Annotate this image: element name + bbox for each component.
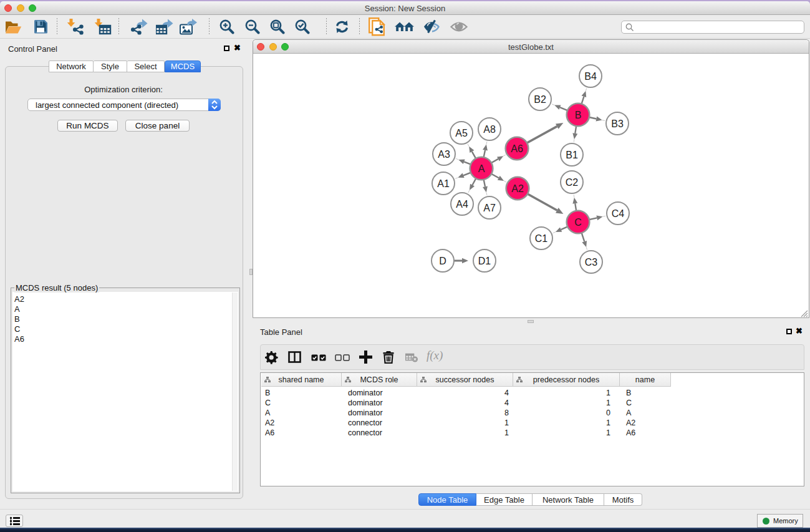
svg-text:A: A bbox=[478, 163, 485, 174]
svg-text:B3: B3 bbox=[611, 118, 624, 129]
svg-text:A5: A5 bbox=[455, 128, 468, 138]
svg-text:D1: D1 bbox=[478, 256, 491, 266]
svg-text:C: C bbox=[574, 217, 582, 228]
svg-text:C3: C3 bbox=[585, 257, 598, 268]
svg-text:A4: A4 bbox=[456, 199, 468, 210]
svg-text:B4: B4 bbox=[584, 71, 597, 82]
svg-text:C2: C2 bbox=[566, 177, 579, 188]
svg-text:A2: A2 bbox=[511, 183, 524, 194]
svg-text:C1: C1 bbox=[535, 233, 548, 244]
svg-text:B2: B2 bbox=[534, 94, 546, 105]
svg-text:B1: B1 bbox=[566, 150, 578, 160]
svg-text:C4: C4 bbox=[612, 208, 625, 219]
svg-text:A8: A8 bbox=[483, 124, 496, 135]
svg-text:A6: A6 bbox=[511, 143, 523, 154]
svg-text:A7: A7 bbox=[483, 203, 496, 213]
svg-text:D: D bbox=[439, 256, 446, 266]
svg-text:A3: A3 bbox=[438, 149, 450, 160]
svg-text:A1: A1 bbox=[437, 178, 450, 189]
svg-text:B: B bbox=[575, 110, 582, 120]
